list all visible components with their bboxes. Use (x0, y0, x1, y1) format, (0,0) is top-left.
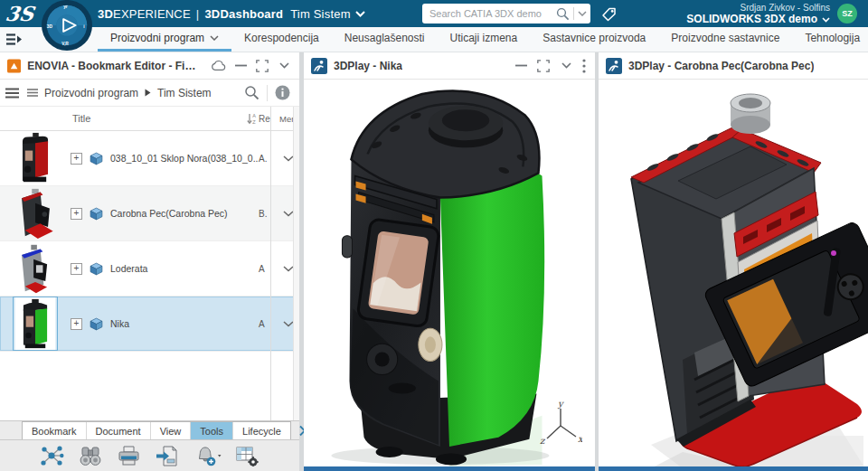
panel-title: ENOVIA - Bookmark Editor - Firm... (27, 60, 198, 72)
3d-viewport-nika[interactable]: y z x (304, 80, 595, 471)
breadcrumb-bar: Proizvodni program Tim Sistem (0, 80, 299, 107)
expand-plus-button[interactable]: + (71, 208, 82, 220)
maximize-icon[interactable] (535, 58, 552, 74)
product-name: EXPERIENCE (113, 7, 191, 21)
search-divider (573, 7, 574, 20)
table-row-sklop-nora[interactable]: + 038_10_01 Sklop Nora(038_10_0... A. (0, 131, 299, 186)
tag-icon[interactable] (600, 5, 618, 23)
svg-text:V,R: V,R (61, 42, 69, 46)
print-icon[interactable] (117, 445, 141, 467)
viewport-bottom-bar (304, 466, 595, 471)
table-header: Title A Z Re Menu (0, 107, 299, 131)
header-divider (267, 85, 268, 101)
tab-chevron-icon[interactable] (210, 35, 219, 41)
impact-graph-icon[interactable] (40, 445, 64, 467)
column-title[interactable]: Title (0, 113, 247, 124)
product-cube-icon (90, 152, 103, 165)
table-settings-icon[interactable] (235, 445, 259, 467)
maximize-icon[interactable] (255, 58, 270, 74)
breadcrumb-root[interactable]: Proizvodni program (44, 87, 138, 99)
search-input[interactable] (429, 8, 556, 19)
svg-text:yr: yr (63, 5, 68, 9)
expand-plus-button[interactable]: + (71, 153, 82, 165)
table-row-nika[interactable]: + Nika A (0, 297, 299, 352)
row-revision: A. (259, 154, 277, 164)
bookmark-editor-panel: ENOVIA - Bookmark Editor - Firm... (0, 52, 299, 471)
collapse-chevron-icon[interactable] (277, 58, 292, 74)
3dplay-nika-panel: 3DPlay - Nika (304, 52, 595, 471)
breadcrumb-current[interactable]: Tim Sistem (157, 87, 212, 99)
tab-document[interactable]: Document (87, 422, 151, 439)
tab-bookmark[interactable]: Bookmark (23, 422, 87, 439)
stove-model-carobna (599, 81, 868, 468)
3dplay-carobna-panel: 3DPlay - Carobna Pec(Carobna Pec) (599, 52, 868, 471)
dashboard-name[interactable]: Tim Sistem (290, 7, 351, 21)
table-row-loderata[interactable]: + Loderata A (0, 241, 299, 297)
row-title[interactable]: Carobna Pec(Carobna Pec) (110, 208, 259, 219)
compass-icon[interactable]: 3D V,R i yr (41, 0, 93, 52)
user-info[interactable]: Srdjan Zivkov - Solfins SOLIDWORKS 3DX d… (686, 2, 830, 25)
subscribe-bell-add-icon[interactable] (193, 445, 222, 467)
3dplay-app-icon (311, 58, 327, 74)
tab-neusaglasenosti[interactable]: Neusaglašenosti (332, 27, 438, 52)
enovia-app-icon (7, 59, 21, 73)
collapse-chevron-icon[interactable] (558, 58, 574, 74)
bookmark-table: Title A Z Re Menu (0, 107, 299, 420)
cloud-icon[interactable] (211, 58, 227, 74)
tab-proizvodne-sastavnice[interactable]: Proizvodne sastavnice (658, 27, 792, 52)
search-options-chevron-icon[interactable] (578, 11, 587, 16)
column-revision[interactable]: Re (259, 114, 277, 124)
viewport-bottom-bar (599, 466, 868, 471)
bookmark-root-menu-icon[interactable] (27, 89, 38, 97)
bottom-tab-strip: Bookmark Document View Tools Lifecycle (22, 421, 291, 439)
3dplay-carobna-header: 3DPlay - Carobna Pec(Carobna Pec) (599, 52, 868, 80)
panel-menu-icon[interactable] (5, 88, 20, 99)
tenant-chevron-icon[interactable] (822, 17, 830, 23)
row-title[interactable]: 038_10_01 Sklop Nora(038_10_0... (110, 153, 259, 164)
tab-sastavnice-proizvoda[interactable]: Sastavnice proizvoda (530, 27, 658, 52)
title-divider: | (196, 7, 200, 21)
svg-text:A: A (252, 113, 256, 118)
product-cube-icon (90, 262, 103, 276)
tab-lifecycle[interactable]: Lifecycle (233, 422, 290, 439)
3d-viewport-carobna[interactable] (599, 80, 868, 471)
expand-plus-button[interactable]: + (71, 318, 82, 330)
row-title[interactable]: Nika (110, 318, 259, 329)
app-title: 3D EXPERIENCE | 3DDashboard Tim Sistem (98, 0, 365, 27)
bookmark-editor-header: ENOVIA - Bookmark Editor - Firm... (0, 52, 299, 80)
thumbnail-loderata[interactable] (0, 242, 71, 295)
row-revision: B. (259, 209, 277, 219)
scrollbar-gutter[interactable] (293, 107, 299, 420)
kebab-menu-icon[interactable] (580, 58, 588, 74)
row-revision: A (259, 264, 277, 274)
thumbnail-nika[interactable] (0, 297, 71, 350)
app-name: 3DDashboard (204, 7, 283, 21)
panel-bottom-bar: Bookmark Document View Tools Lifecycle ♡ (0, 420, 299, 471)
sort-icon[interactable]: A Z (247, 113, 257, 125)
minimize-icon[interactable] (513, 58, 529, 74)
axis-x-label: x (578, 434, 582, 444)
search-icon[interactable] (556, 7, 570, 21)
export-file-icon[interactable] (155, 445, 180, 467)
panel-toggle-icon[interactable] (6, 33, 23, 45)
thumbnail-carobna-pec[interactable] (0, 187, 71, 240)
row-title[interactable]: Loderata (110, 263, 259, 274)
global-search (422, 4, 590, 24)
tab-view[interactable]: View (151, 422, 192, 439)
user-avatar[interactable]: SZ (837, 4, 857, 24)
table-row-carobna-pec[interactable]: + Carobna Pec(Carobna Pec) B. (0, 186, 299, 241)
axis-z-label: z (540, 436, 546, 446)
tab-tools[interactable]: Tools (191, 422, 233, 439)
chevron-down-icon[interactable] (355, 11, 365, 17)
filter-search-icon[interactable] (244, 85, 259, 100)
tab-korespodencija[interactable]: Korespodencija (231, 27, 332, 52)
tab-uticaji-izmena[interactable]: Uticaji izmena (438, 27, 531, 52)
expand-plus-button[interactable]: + (71, 263, 82, 275)
panel-title: 3DPlay - Nika (334, 60, 402, 72)
search-binoculars-icon[interactable] (78, 445, 103, 467)
tab-tehnologija[interactable]: Tehnologija (792, 27, 868, 52)
info-icon[interactable] (275, 85, 290, 100)
thumbnail-sklop-nora[interactable] (0, 132, 71, 184)
tab-proizvodni-program[interactable]: Proizvodni program (98, 27, 231, 52)
minimize-icon[interactable] (233, 58, 249, 74)
